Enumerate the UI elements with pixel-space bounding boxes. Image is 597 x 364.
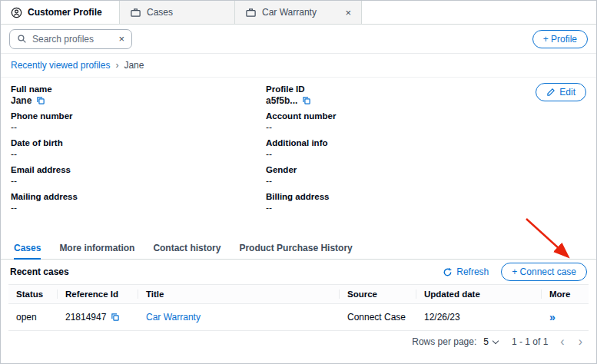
field-additional-info: Additional info -- [266,138,586,161]
column-header-title: Title [138,285,340,303]
field-label: Date of birth [11,138,266,147]
breadcrumb-current: Jane [124,60,144,71]
profile-details: Edit Full name Jane Profile ID a5f5b... … [1,78,596,237]
search-input[interactable] [32,34,113,45]
field-value: Jane [11,95,266,106]
table-header-row: Status Reference Id Title Source Updated… [8,284,589,304]
case-title-link[interactable]: Car Warranty [146,312,201,323]
column-header-source: Source [340,285,416,303]
field-billing-address: Billing address -- [266,192,586,215]
refresh-icon [443,267,453,277]
cell-title: Car Warranty [138,305,340,329]
detail-tabbar: Cases More information Contact history P… [1,237,596,260]
breadcrumb-link[interactable]: Recently viewed profiles [11,60,110,71]
tab-customer-profile[interactable]: Customer Profile [1,1,120,24]
cell-updated-date: 12/26/23 [416,305,542,329]
tab-car-warranty[interactable]: Car Warranty × [235,1,362,24]
field-value: -- [266,149,586,160]
expand-row-icon[interactable]: » [549,311,556,323]
column-header-status: Status [8,285,58,303]
field-value: -- [11,149,266,160]
field-value: -- [11,122,266,133]
recent-cases-header: Recent cases Refresh + Connect case [1,260,596,284]
table-pagination: Rows per page: 5 1 - 1 of 1 ‹ › [1,331,596,352]
workspace-tabbar: Customer Profile Cases Car Warranty × [1,1,596,25]
rows-per-page-label: Rows per page: [412,336,476,347]
field-phone-number: Phone number -- [11,111,266,134]
field-label: Email address [11,165,266,174]
field-label: Phone number [11,111,266,121]
tab-cases[interactable]: Cases [120,1,235,24]
field-label: Gender [266,165,586,174]
tab-more-information[interactable]: More information [59,237,134,260]
edit-icon [546,88,556,97]
tab-label: Car Warranty [262,7,317,18]
field-label: Account number [266,111,586,121]
rows-per-page: Rows per page: 5 [412,335,501,349]
field-value: -- [266,122,586,133]
connect-case-button[interactable]: + Connect case [501,263,587,281]
field-value: -- [11,203,266,213]
field-date-of-birth: Date of birth -- [11,138,266,161]
add-profile-button[interactable]: + Profile [532,30,588,48]
field-value: -- [11,176,266,187]
column-header-reference-id: Reference Id [58,285,138,303]
breadcrumb: Recently viewed profiles › Jane [1,54,596,78]
next-page-button[interactable]: › [577,336,584,348]
column-header-more: More [542,285,589,303]
field-email-address: Email address -- [11,165,266,188]
chevron-down-icon [493,337,499,343]
breadcrumb-separator: › [115,60,118,71]
rows-per-page-select[interactable]: 5 [480,335,501,349]
profile-toolbar: × + Profile [1,25,596,54]
tab-cases-detail[interactable]: Cases [14,237,41,260]
cell-more: » [542,304,589,330]
edit-button[interactable]: Edit [536,83,586,101]
tab-product-purchase-history[interactable]: Product Purchase History [239,237,352,260]
page-range: 1 - 1 of 1 [512,336,548,347]
briefcase-icon [130,7,141,18]
cell-reference-id: 21814947 [58,305,138,329]
copy-icon[interactable] [302,96,311,105]
column-header-updated-date: Updated date [416,285,542,303]
tab-contact-history[interactable]: Contact history [153,237,221,260]
search-box: × [9,29,132,49]
cases-table: Status Reference Id Title Source Updated… [8,284,589,331]
fields-grid: Full name Jane Profile ID a5f5b... Phone… [11,84,586,215]
tab-label: Customer Profile [28,7,102,18]
field-label: Billing address [266,192,586,201]
clear-search-icon[interactable]: × [118,34,124,44]
cell-status: open [8,305,58,329]
copy-icon[interactable] [111,313,120,322]
field-label: Full name [11,84,266,94]
search-icon [17,34,27,44]
field-label: Additional info [266,138,586,147]
field-gender: Gender -- [266,165,586,188]
field-full-name: Full name Jane [11,84,266,108]
table-row: open 21814947 Car Warranty Connect Case … [8,304,589,331]
previous-page-button[interactable]: ‹ [559,336,565,348]
close-icon[interactable]: × [345,8,351,18]
cell-source: Connect Case [340,305,416,329]
copy-icon[interactable] [36,96,45,105]
refresh-button[interactable]: Refresh [443,266,489,277]
field-value: -- [266,176,586,187]
briefcase-icon [245,7,257,18]
field-value: -- [266,203,586,213]
person-icon [11,7,22,18]
customer-profile-app: Customer Profile Cases Car Warranty × × … [0,0,597,364]
tab-label: Cases [147,7,173,18]
section-title: Recent cases [10,266,69,277]
field-label: Mailing address [11,192,266,201]
field-account-number: Account number -- [266,111,586,134]
field-mailing-address: Mailing address -- [11,192,266,215]
